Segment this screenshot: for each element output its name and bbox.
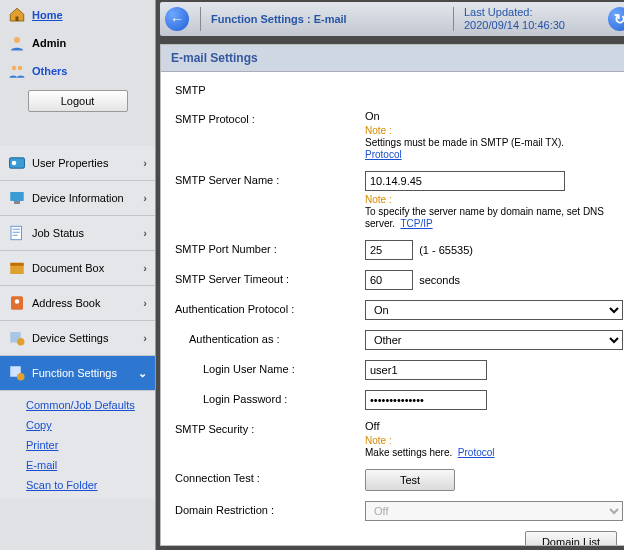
subnav-printer[interactable]: Printer [26,435,155,455]
admin-label: Admin [32,37,66,49]
content-panel: E-mail Settings SMTP SMTP Protocol : On … [160,44,624,546]
nav-label: Device Information [32,192,124,204]
note-label: Note : [365,435,392,446]
chevron-right-icon: › [143,332,147,344]
smtp-protocol-label: SMTP Protocol : [175,110,365,125]
gear-device-icon [8,329,26,347]
sidebar: Home Admin Others Logout User Properties… [0,0,156,550]
nav-function-settings[interactable]: Function Settings ⌄ [0,356,155,391]
nav-label: Job Status [32,227,84,239]
logout-button[interactable]: Logout [28,90,128,112]
refresh-icon: ↻ [614,11,624,27]
nav-document-box[interactable]: Document Box › [0,251,155,286]
box-icon [8,259,26,277]
smtp-security-label: SMTP Security : [175,420,365,435]
svg-rect-9 [10,265,24,274]
section-header: E-mail Settings [161,45,624,72]
svg-point-12 [15,299,20,304]
smtp-server-name-input[interactable] [365,171,565,191]
svg-rect-6 [10,192,24,201]
auth-protocol-select[interactable]: On [365,300,623,320]
smtp-timeout-input[interactable] [365,270,413,290]
function-settings-submenu: Common/Job Defaults Copy Printer E-mail … [0,391,155,499]
function-icon [8,364,26,382]
test-button[interactable]: Test [365,469,455,491]
nav-address-book[interactable]: Address Book › [0,286,155,321]
others-icon [8,62,26,80]
svg-point-1 [14,37,20,43]
domain-restriction-label: Domain Restriction : [175,501,365,516]
nav-label: Document Box [32,262,104,274]
subnav-common[interactable]: Common/Job Defaults [26,395,155,415]
nav-device-information[interactable]: Device Information › [0,181,155,216]
svg-point-3 [18,66,23,71]
arrow-left-icon: ← [170,11,184,27]
connection-test-label: Connection Test : [175,469,365,484]
nav-job-status[interactable]: Job Status › [0,216,155,251]
card-icon [8,154,26,172]
note-text: Settings must be made in SMTP (E-mail TX… [365,137,564,148]
smtp-security-value: Off [365,420,623,432]
chevron-right-icon: › [143,192,147,204]
smtp-server-name-label: SMTP Server Name : [175,171,365,186]
svg-rect-8 [11,226,22,240]
nav-label: Device Settings [32,332,108,344]
chevron-right-icon: › [143,262,147,274]
svg-rect-10 [10,263,24,266]
auth-protocol-label: Authentication Protocol : [175,300,365,315]
svg-point-14 [17,338,25,346]
nav-label: User Properties [32,157,108,169]
job-icon [8,224,26,242]
note-text: Make settings here. [365,447,452,458]
tcpip-link[interactable]: TCP/IP [400,218,432,229]
svg-rect-7 [14,201,20,204]
subnav-scan-to-folder[interactable]: Scan to Folder [26,475,155,495]
admin-icon [8,34,26,52]
svg-rect-0 [16,17,19,22]
smtp-port-label: SMTP Port Number : [175,240,365,255]
smtp-timeout-label: SMTP Server Timeout : [175,270,365,285]
domain-list-button[interactable]: Domain List [525,531,617,546]
protocol-link[interactable]: Protocol [458,447,495,458]
auth-as-label: Authentication as : [175,330,365,345]
others-link[interactable]: Others [32,65,67,77]
smtp-group-title: SMTP [175,84,623,96]
smtp-port-range: (1 - 65535) [419,244,473,256]
note-label: Note : [365,125,392,136]
nav-label: Address Book [32,297,100,309]
svg-point-5 [12,161,17,166]
device-icon [8,189,26,207]
last-updated-value: 2020/09/14 10:46:30 [464,19,602,32]
nav-device-settings[interactable]: Device Settings › [0,321,155,356]
smtp-timeout-suffix: seconds [419,274,460,286]
refresh-button[interactable]: ↻ [608,7,624,31]
page-title: Function Settings : E-mail [207,13,447,25]
protocol-link[interactable]: Protocol [365,149,402,160]
back-button[interactable]: ← [165,7,189,31]
subnav-copy[interactable]: Copy [26,415,155,435]
chevron-right-icon: › [143,227,147,239]
login-password-input[interactable] [365,390,487,410]
chevron-down-icon: ⌄ [138,367,147,380]
last-updated-label: Last Updated: [464,6,602,19]
home-icon [8,6,26,24]
nav-label: Function Settings [32,367,117,379]
chevron-right-icon: › [143,297,147,309]
home-link[interactable]: Home [32,9,63,21]
subnav-email[interactable]: E-mail [26,455,155,475]
login-user-label: Login User Name : [175,360,365,375]
chevron-right-icon: › [143,157,147,169]
note-label: Note : [365,194,392,205]
login-user-input[interactable] [365,360,487,380]
smtp-protocol-value: On [365,110,623,122]
nav-user-properties[interactable]: User Properties › [0,146,155,181]
address-book-icon [8,294,26,312]
topbar: ← Function Settings : E-mail Last Update… [160,2,624,36]
smtp-port-input[interactable] [365,240,413,260]
svg-point-2 [12,66,17,71]
login-password-label: Login Password : [175,390,365,405]
svg-point-16 [17,373,25,381]
auth-as-select[interactable]: Other [365,330,623,350]
domain-restriction-select: Off [365,501,623,521]
